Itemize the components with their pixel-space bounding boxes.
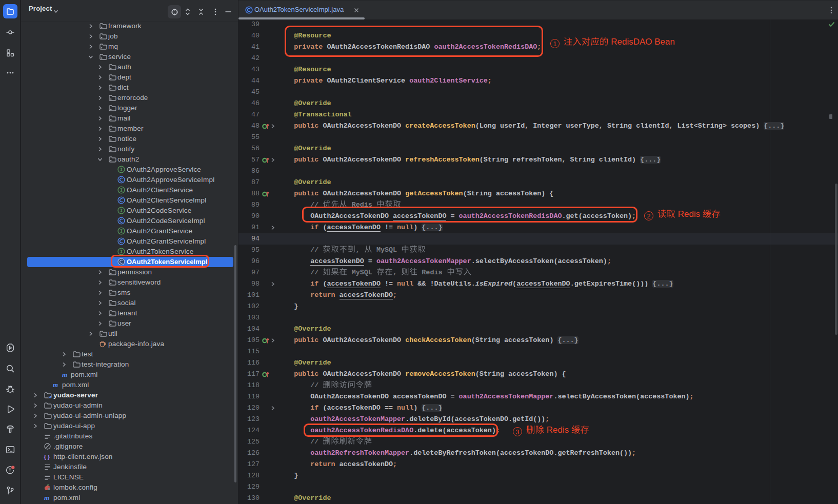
svg-text:{ }: { } xyxy=(44,454,50,460)
svg-text:m: m xyxy=(62,371,67,378)
svg-text:m: m xyxy=(44,494,49,501)
svg-text:m: m xyxy=(53,381,58,389)
